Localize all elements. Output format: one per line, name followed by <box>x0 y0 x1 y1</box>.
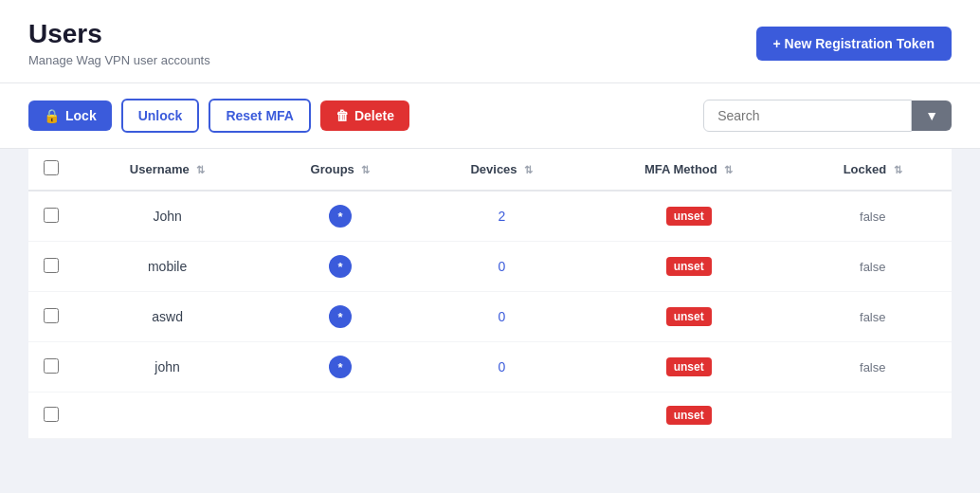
groups-header[interactable]: Groups ⇅ <box>261 149 420 191</box>
locked-cell: false <box>794 292 953 342</box>
locked-sort-icon: ⇅ <box>894 164 902 176</box>
row-checkbox[interactable] <box>44 358 59 374</box>
table-row: mobile * 0 unset false <box>28 242 952 292</box>
row-select-cell <box>28 242 74 292</box>
username-sort-icon: ⇅ <box>196 164 205 176</box>
devices-cell: 0 <box>420 342 584 393</box>
username-cell: mobile <box>74 242 261 292</box>
toolbar: 🔒 Lock Unlock Reset MFA 🗑 Delete ▼ <box>0 83 980 149</box>
groups-sort-icon: ⇅ <box>361 164 370 176</box>
table-body: John * 2 unset false mobile * <box>28 191 952 439</box>
delete-button[interactable]: 🗑 Delete <box>320 100 409 131</box>
groups-cell: * <box>261 342 420 393</box>
reset-mfa-button[interactable]: Reset MFA <box>209 99 311 133</box>
row-checkbox[interactable] <box>44 407 59 422</box>
main-content: Username ⇅ Groups ⇅ Devices ⇅ MFA Method… <box>0 149 980 439</box>
row-select-cell <box>28 292 74 342</box>
username-cell: John <box>74 191 261 242</box>
locked-value: false <box>860 210 885 224</box>
chevron-down-icon: ▼ <box>925 108 938 123</box>
table-row: John * 2 unset false <box>28 191 952 242</box>
partial-groups-cell <box>261 393 420 439</box>
devices-sort-icon: ⇅ <box>524 164 533 176</box>
new-token-button[interactable]: + New Registration Token <box>756 27 953 61</box>
mfa-badge: unset <box>666 357 712 376</box>
device-link[interactable]: 0 <box>498 359 505 374</box>
mfa-method-header[interactable]: MFA Method ⇅ <box>584 149 794 191</box>
search-area: ▼ <box>703 100 952 132</box>
unlock-button[interactable]: Unlock <box>121 99 200 133</box>
devices-cell: 0 <box>420 292 584 342</box>
row-checkbox[interactable] <box>44 208 59 223</box>
mfa-badge: unset <box>666 207 712 226</box>
group-badge: * <box>329 255 352 278</box>
partial-select-cell <box>28 393 74 439</box>
page-title: Users <box>28 19 210 49</box>
table-row: john * 0 unset false <box>28 342 952 393</box>
mfa-badge: unset <box>666 257 712 276</box>
lock-icon: 🔒 <box>44 108 60 123</box>
partial-mfa-cell: unset <box>584 393 794 439</box>
username-value: aswd <box>152 309 183 324</box>
lock-button[interactable]: 🔒 Lock <box>28 100 112 131</box>
locked-value: false <box>860 310 885 324</box>
partial-devices-cell <box>420 393 584 439</box>
page-header: Users Manage Wag VPN user accounts + New… <box>0 0 980 83</box>
groups-cell: * <box>261 242 420 292</box>
locked-header[interactable]: Locked ⇅ <box>794 149 953 191</box>
trash-icon: 🗑 <box>336 108 349 123</box>
username-cell: aswd <box>74 292 261 342</box>
groups-cell: * <box>261 292 420 342</box>
mfa-sort-icon: ⇅ <box>724 164 733 176</box>
username-value: mobile <box>148 259 187 274</box>
locked-value: false <box>860 260 885 274</box>
username-header[interactable]: Username ⇅ <box>74 149 261 191</box>
username-value: John <box>153 209 181 224</box>
locked-cell: false <box>794 242 953 292</box>
device-link[interactable]: 0 <box>498 259 505 274</box>
header-text: Users Manage Wag VPN user accounts <box>28 19 210 67</box>
locked-value: false <box>860 360 885 374</box>
table-header-row: Username ⇅ Groups ⇅ Devices ⇅ MFA Method… <box>28 149 952 191</box>
mfa-method-cell: unset <box>584 292 794 342</box>
row-select-cell <box>28 342 74 393</box>
mfa-badge: unset <box>666 406 712 425</box>
devices-cell: 0 <box>420 242 584 292</box>
group-badge: * <box>329 356 352 378</box>
select-all-cell <box>28 149 74 191</box>
mfa-method-cell: unset <box>584 342 794 393</box>
table-row-partial: unset <box>28 393 952 439</box>
dropdown-button[interactable]: ▼ <box>912 100 952 131</box>
mfa-method-cell: unset <box>584 191 794 242</box>
username-cell: john <box>74 342 261 393</box>
group-badge: * <box>329 305 352 328</box>
devices-header[interactable]: Devices ⇅ <box>420 149 584 191</box>
partial-username-cell <box>74 393 261 439</box>
row-checkbox[interactable] <box>44 258 59 273</box>
row-checkbox[interactable] <box>44 308 59 323</box>
select-all-checkbox[interactable] <box>44 160 59 175</box>
mfa-method-cell: unset <box>584 242 794 292</box>
page-subtitle: Manage Wag VPN user accounts <box>28 53 210 67</box>
row-select-cell <box>28 191 74 242</box>
device-link[interactable]: 2 <box>498 209 505 224</box>
mfa-badge: unset <box>666 307 712 326</box>
devices-cell: 2 <box>420 191 584 242</box>
groups-cell: * <box>261 191 420 242</box>
device-link[interactable]: 0 <box>498 309 505 324</box>
group-badge: * <box>329 205 352 228</box>
users-table: Username ⇅ Groups ⇅ Devices ⇅ MFA Method… <box>28 149 952 439</box>
table-row: aswd * 0 unset false <box>28 292 952 342</box>
search-input[interactable] <box>703 100 912 132</box>
locked-cell: false <box>794 191 953 242</box>
locked-cell: false <box>794 342 953 393</box>
partial-locked-cell <box>794 393 953 439</box>
username-value: john <box>154 359 179 374</box>
